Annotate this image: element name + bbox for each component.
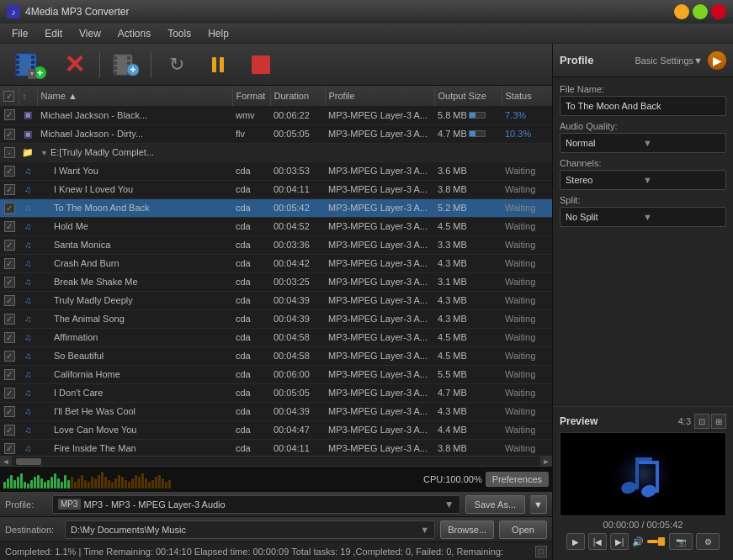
volume-slider[interactable] — [647, 540, 666, 543]
pause-button[interactable] — [200, 49, 237, 81]
maximize-button[interactable] — [693, 4, 708, 19]
row-checkbox[interactable] — [4, 277, 15, 288]
table-row[interactable]: ♫ The Animal Song cda 00:04:39 MP3-MPEG … — [0, 309, 552, 328]
refresh-button[interactable]: ↻ — [158, 49, 195, 81]
table-row[interactable]: ♫ I Don't Care cda 00:05:05 MP3-MPEG Lay… — [0, 383, 552, 402]
table-row[interactable]: ♫ Fire Inside The Man cda 00:04:11 MP3-M… — [0, 439, 552, 456]
file-name-input[interactable] — [560, 96, 726, 116]
destination-label: Destination: — [5, 525, 60, 535]
row-checkbox[interactable] — [4, 129, 15, 140]
table-row[interactable]: ♫ So Beautiful cda 00:04:58 MP3-MPEG Lay… — [0, 346, 552, 365]
table-row[interactable]: ♫ Hold Me cda 00:04:52 MP3-MPEG Layer-3 … — [0, 217, 552, 235]
row-checkbox[interactable] — [4, 314, 15, 325]
menu-view[interactable]: View — [71, 26, 109, 41]
row-profile: MP3-MPEG Layer-3 A... — [325, 346, 434, 365]
next-button[interactable]: ▶ — [708, 51, 726, 70]
table-row[interactable]: 📁 ▼ E:[Truly Madly Complet... — [0, 143, 552, 161]
table-row[interactable]: ♫ California Home cda 00:06:00 MP3-MPEG … — [0, 365, 552, 383]
row-profile: MP3-MPEG Layer-3 A... — [325, 235, 434, 254]
table-row[interactable]: ♫ Break Me Shake Me cda 00:03:25 MP3-MPE… — [0, 272, 552, 291]
horizontal-scrollbar[interactable]: ◄ ► — [0, 456, 552, 466]
minimize-button[interactable] — [674, 4, 689, 19]
row-size: 4.3 MB — [434, 309, 502, 328]
table-row[interactable]: ▣ Michael Jackson - Black... wmv 00:06:2… — [0, 106, 552, 124]
row-icon-cell: ♫ — [19, 272, 37, 291]
preferences-button[interactable]: Preferences — [486, 472, 549, 487]
row-checkbox[interactable] — [4, 443, 15, 454]
audio-quality-select[interactable]: Normal ▼ — [560, 133, 726, 153]
basic-settings-dropdown[interactable]: Basic Settings▼ — [635, 55, 703, 66]
row-format: cda — [232, 346, 270, 365]
table-row[interactable]: ♫ To The Moon And Back cda 00:05:42 MP3-… — [0, 198, 552, 217]
preview-expand-button[interactable]: ⊡ — [694, 414, 709, 429]
row-checkbox[interactable] — [4, 240, 15, 251]
col-size[interactable]: Output Size — [434, 86, 502, 106]
table-row[interactable]: ♫ Santa Monica cda 00:03:36 MP3-MPEG Lay… — [0, 235, 552, 254]
table-row[interactable]: ▣ Michael Jackson - Dirty... flv 00:05:0… — [0, 124, 552, 143]
settings-small-button[interactable]: ⚙ — [696, 533, 720, 550]
row-icon-cell: ♫ — [19, 383, 37, 402]
row-checkbox[interactable] — [4, 184, 15, 195]
row-checkbox[interactable] — [4, 166, 15, 177]
row-checkbox[interactable] — [4, 388, 15, 399]
split-select[interactable]: No Split ▼ — [560, 207, 726, 227]
col-status[interactable]: Status — [502, 86, 552, 106]
table-row[interactable]: ♫ I'll Bet He Was Cool cda 00:04:39 MP3-… — [0, 402, 552, 420]
table-row[interactable]: ♫ Crash And Burn cda 00:04:42 MP3-MPEG L… — [0, 254, 552, 272]
save-as-button[interactable]: Save As... — [465, 495, 526, 514]
row-checkbox[interactable] — [4, 109, 15, 120]
row-profile: MP3-MPEG Layer-3 A... — [325, 106, 434, 124]
table-row[interactable]: ♫ I Want You cda 00:03:53 MP3-MPEG Layer… — [0, 161, 552, 180]
col-format[interactable]: Format — [232, 86, 270, 106]
table-row[interactable]: ♫ Love Can Move You cda 00:04:47 MP3-MPE… — [0, 420, 552, 439]
row-checkbox[interactable] — [4, 203, 15, 214]
row-profile: MP3-MPEG Layer-3 A... — [325, 365, 434, 383]
channels-select[interactable]: Stereo ▼ — [560, 170, 726, 190]
menu-tools[interactable]: Tools — [159, 26, 199, 41]
scroll-right[interactable]: ► — [540, 457, 552, 467]
menu-actions[interactable]: Actions — [109, 26, 159, 41]
player-prev-button[interactable]: |◀ — [588, 533, 607, 550]
row-profile — [325, 143, 434, 161]
browse-button[interactable]: Browse... — [440, 520, 494, 539]
row-status: 10.3% — [502, 124, 552, 143]
row-duration: 00:04:11 — [270, 180, 325, 198]
scroll-left[interactable]: ◄ — [0, 457, 12, 467]
open-button[interactable]: Open — [499, 520, 547, 539]
svg-rect-11 — [114, 61, 117, 65]
table-row[interactable]: ♫ Truly Madly Deeply cda 00:04:39 MP3-MP… — [0, 291, 552, 309]
col-profile[interactable]: Profile — [325, 86, 434, 106]
row-checkbox[interactable] — [4, 351, 15, 362]
table-row[interactable]: ♫ Affirmation cda 00:04:58 MP3-MPEG Laye… — [0, 328, 552, 346]
menu-help[interactable]: Help — [199, 26, 237, 41]
select-all-checkbox[interactable] — [3, 91, 14, 102]
row-checkbox[interactable] — [4, 221, 15, 232]
menu-edit[interactable]: Edit — [36, 26, 71, 41]
file-list[interactable]: ↕ Name ▲ Format Duration Profile Output … — [0, 86, 552, 456]
preview-extra-button[interactable]: ⊞ — [711, 414, 726, 429]
stop-button[interactable] — [242, 49, 279, 81]
add-file-button[interactable]: + ▼ — [7, 49, 50, 81]
row-checkbox[interactable] — [4, 332, 15, 343]
row-checkbox[interactable] — [4, 147, 15, 158]
scroll-track[interactable] — [12, 457, 540, 466]
row-checkbox[interactable] — [4, 295, 15, 306]
row-duration: 00:04:52 — [270, 217, 325, 235]
status-icon-button[interactable]: □ — [535, 546, 547, 557]
remove-button[interactable]: ✕ — [56, 49, 93, 81]
row-checkbox[interactable] — [4, 369, 15, 380]
play-button[interactable]: ▶ — [566, 533, 585, 550]
save-as-arrow[interactable]: ▼ — [530, 495, 547, 514]
col-name[interactable]: Name ▲ — [37, 86, 232, 106]
row-checkbox[interactable] — [4, 425, 15, 436]
row-checkbox[interactable] — [4, 258, 15, 269]
camera-button[interactable]: 📷 — [669, 533, 693, 550]
player-next-button[interactable]: ▶| — [610, 533, 629, 550]
add-task-button[interactable]: + — [107, 49, 144, 81]
close-button[interactable] — [711, 4, 726, 19]
table-row[interactable]: ♫ I Knew I Loved You cda 00:04:11 MP3-MP… — [0, 180, 552, 198]
row-checkbox[interactable] — [4, 406, 15, 417]
scroll-thumb[interactable] — [16, 458, 41, 465]
col-duration[interactable]: Duration — [270, 86, 325, 106]
menu-file[interactable]: File — [3, 26, 36, 41]
